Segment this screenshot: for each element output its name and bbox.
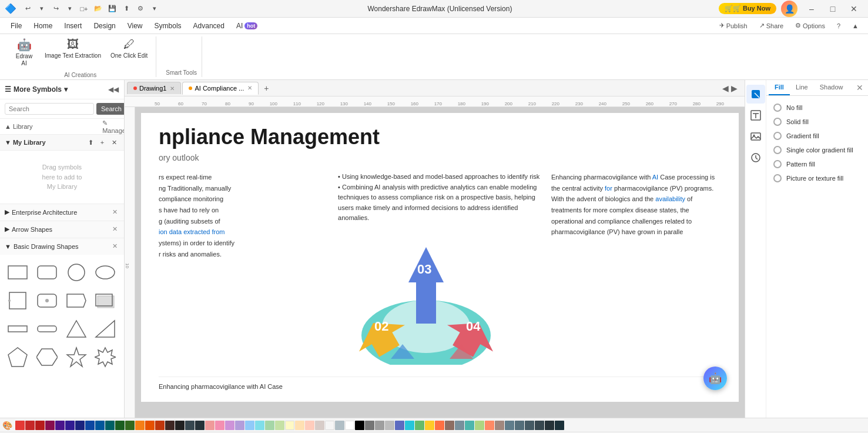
close-arrow-btn[interactable]: ✕ <box>110 225 119 234</box>
shape-triangle-right[interactable] <box>92 316 118 342</box>
shape-circle[interactable] <box>63 259 89 285</box>
menu-ai[interactable]: AI hot <box>230 19 263 32</box>
color-swatch[interactable] <box>165 421 175 430</box>
shape-rect-rounded[interactable] <box>34 259 60 285</box>
color-swatch[interactable] <box>95 421 105 430</box>
add-library-btn[interactable]: + <box>97 137 108 148</box>
undo-btn[interactable]: ↩ <box>21 2 34 15</box>
nav-right-btn[interactable]: ▶ <box>731 84 738 93</box>
color-swatch[interactable] <box>155 421 165 430</box>
tab-fill[interactable]: Fill <box>769 80 790 95</box>
color-swatch[interactable] <box>385 421 394 430</box>
shape-rect-thin-rounded[interactable] <box>34 316 60 342</box>
color-swatch[interactable] <box>495 421 504 430</box>
tab-close-ai[interactable]: ✕ <box>247 85 252 91</box>
color-swatch[interactable] <box>455 421 464 430</box>
color-swatch[interactable] <box>395 421 404 430</box>
shape-pentagon[interactable] <box>5 344 31 370</box>
color-swatch[interactable] <box>485 421 494 430</box>
share-btn[interactable]: ↗ Share <box>755 20 788 31</box>
color-swatch[interactable] <box>75 421 85 430</box>
fill-option-picture[interactable]: Picture or texture fill <box>771 171 863 185</box>
export-btn[interactable]: ⬆ <box>120 2 133 15</box>
color-swatch[interactable] <box>305 421 314 430</box>
search-button[interactable]: Search <box>96 103 125 115</box>
ai-float-button[interactable]: 🤖 <box>703 367 727 390</box>
tab-ai-compliance[interactable]: AI Compliance ... ✕ <box>182 82 259 95</box>
color-swatch[interactable] <box>105 421 115 430</box>
color-swatch[interactable] <box>535 421 544 430</box>
menu-home[interactable]: Home <box>28 19 58 32</box>
add-tab-btn[interactable]: + <box>260 82 273 95</box>
tab-line[interactable]: Line <box>790 80 814 95</box>
color-swatch[interactable] <box>225 421 234 430</box>
shape-star6[interactable] <box>92 344 118 370</box>
color-swatch[interactable] <box>265 421 274 430</box>
customize-dropdown[interactable]: ▾ <box>148 2 161 15</box>
shape-rect-thin[interactable] <box>5 316 31 342</box>
fill-option-pattern[interactable]: Pattern fill <box>771 157 863 171</box>
save-btn[interactable]: 💾 <box>106 2 119 15</box>
color-swatch[interactable] <box>245 421 254 430</box>
color-swatch[interactable] <box>115 421 125 430</box>
menu-symbols[interactable]: Symbols <box>149 19 187 32</box>
shape-triangle[interactable] <box>63 316 89 342</box>
canvas-main[interactable]: npliance Management ory outlook rs expec… <box>135 107 745 418</box>
new-btn[interactable]: □+ <box>78 2 91 15</box>
collapse-ribbon-btn[interactable]: ▲ <box>847 21 863 31</box>
color-swatch[interactable] <box>505 421 514 430</box>
shape-tag[interactable] <box>63 288 89 314</box>
fill-icon-btn[interactable] <box>746 85 765 104</box>
color-swatch[interactable] <box>35 421 45 430</box>
color-swatch[interactable] <box>205 421 215 430</box>
category-arrow-header[interactable]: ▶ Arrow Shapes ✕ <box>0 221 124 238</box>
color-swatch[interactable] <box>405 421 414 430</box>
tab-close-drawing1[interactable]: ✕ <box>170 85 175 92</box>
undo-dropdown[interactable]: ▾ <box>35 2 48 15</box>
shape-shadow[interactable] <box>92 288 118 314</box>
more-btn[interactable]: ⚙ <box>134 2 147 15</box>
color-swatch[interactable] <box>355 421 364 430</box>
publish-btn[interactable]: ✈ Publish <box>715 20 752 31</box>
color-swatch[interactable] <box>545 421 554 430</box>
color-swatch[interactable] <box>125 421 135 430</box>
tab-shadow[interactable]: Shadow <box>814 80 849 95</box>
shape-star5[interactable] <box>63 344 89 370</box>
shape-rect-diamond[interactable] <box>5 288 31 314</box>
sidebar-collapse-btn[interactable]: ◀◀ <box>108 84 119 95</box>
color-swatch[interactable] <box>65 421 75 430</box>
color-swatch[interactable] <box>415 421 424 430</box>
redo-dropdown[interactable]: ▾ <box>63 2 76 15</box>
color-swatch[interactable] <box>215 421 224 430</box>
menu-design[interactable]: Design <box>88 19 121 32</box>
color-swatch[interactable] <box>345 421 354 430</box>
one-click-edit-btn[interactable]: 🖊 One Click Edit <box>107 35 151 69</box>
fill-option-solid[interactable]: Solid fill <box>771 115 863 129</box>
close-library-btn[interactable]: ✕ <box>109 137 119 148</box>
fill-option-none[interactable]: No fill <box>771 101 863 115</box>
color-swatch[interactable] <box>235 421 244 430</box>
manage-library-btn[interactable]: ✎ Manage <box>109 121 119 132</box>
maximize-btn[interactable]: □ <box>823 2 842 15</box>
color-swatch[interactable] <box>515 421 524 430</box>
color-swatch[interactable] <box>255 421 264 430</box>
color-swatch[interactable] <box>45 421 55 430</box>
color-swatch[interactable] <box>295 421 304 430</box>
color-swatch[interactable] <box>445 421 454 430</box>
color-swatch[interactable] <box>425 421 434 430</box>
minimize-btn[interactable]: – <box>802 2 821 15</box>
history-icon-btn[interactable] <box>746 148 765 167</box>
category-basic-header[interactable]: ▼ Basic Drawing Shapes ✕ <box>0 238 124 255</box>
image-icon-btn[interactable] <box>746 127 765 146</box>
tab-drawing1[interactable]: Drawing1 ✕ <box>127 82 181 94</box>
rp-close-btn[interactable]: ✕ <box>854 80 866 95</box>
color-swatch[interactable] <box>365 421 374 430</box>
menu-insert[interactable]: Insert <box>58 19 88 32</box>
close-enterprise-btn[interactable]: ✕ <box>110 208 119 217</box>
color-swatch[interactable] <box>285 421 294 430</box>
color-swatch[interactable] <box>85 421 95 430</box>
avatar[interactable]: 👤 <box>781 1 797 17</box>
shape-rect[interactable] <box>5 259 31 285</box>
open-btn[interactable]: 📂 <box>92 2 105 15</box>
close-basic-btn[interactable]: ✕ <box>110 242 119 251</box>
